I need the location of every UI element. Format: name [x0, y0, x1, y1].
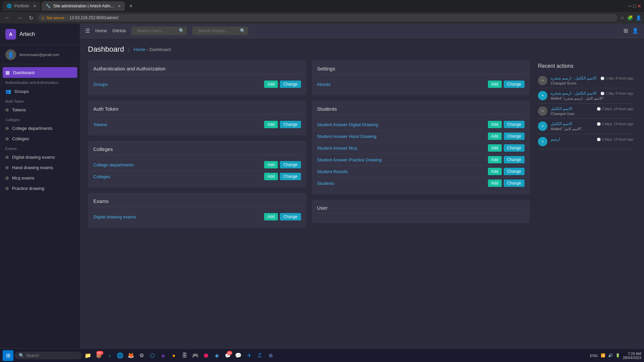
colleges-change-button[interactable]: Change: [280, 173, 301, 180]
bookmark-icon[interactable]: ☆: [620, 15, 625, 20]
college-departments-link[interactable]: College departments: [93, 162, 134, 167]
sidebar-item-practice-drawing[interactable]: Practice drawing: [0, 183, 80, 194]
students-link[interactable]: Students: [317, 181, 334, 186]
taskbar-db-icon[interactable]: 🗄: [180, 351, 189, 360]
sidebar-item-hand-drawing-exams[interactable]: Hand drawing exams: [0, 162, 80, 173]
sidebar-item-mcq-exams[interactable]: Mcq exams: [0, 173, 80, 183]
colleges-link[interactable]: Colleges: [93, 174, 110, 179]
students-card-title: Students: [317, 106, 525, 115]
students-add-button[interactable]: Add: [488, 179, 502, 187]
abouts-link[interactable]: Abouts: [317, 82, 331, 87]
tab-admin-close[interactable]: ✕: [118, 4, 121, 8]
taskbar-firefox-icon[interactable]: 🦊: [126, 351, 136, 360]
tokens-link[interactable]: Tokens: [93, 122, 107, 127]
student-results-link[interactable]: Student Results: [317, 169, 348, 174]
back-button[interactable]: ←: [3, 14, 12, 21]
groups-add-button[interactable]: Add: [264, 81, 278, 88]
college-departments-add-button[interactable]: Add: [264, 161, 278, 168]
groups-link[interactable]: Groups: [93, 82, 108, 87]
taskbar-telegram-icon[interactable]: ✈: [244, 351, 254, 360]
grid-icon[interactable]: ⊞: [624, 28, 628, 34]
digital-drawing-exams-add-button[interactable]: Add: [264, 213, 278, 220]
breadcrumb-home-link[interactable]: Home: [134, 47, 145, 52]
address-url: 13.53.218.252:8000/admin/: [69, 15, 118, 20]
student-answer-hand-link[interactable]: Student Answer Hand Drawing: [317, 134, 377, 139]
student-answer-hand-add-button[interactable]: Add: [488, 133, 502, 140]
menu-toggle-icon[interactable]: ☰: [85, 28, 90, 34]
abouts-change-button[interactable]: Change: [504, 81, 525, 88]
student-answer-practice-link[interactable]: Student Answer Practice Drawing: [317, 157, 382, 162]
search-groups-icon[interactable]: 🔍: [240, 28, 245, 33]
taskbar-app1-icon[interactable]: ⚙: [137, 351, 146, 360]
sidebar-item-dashboard[interactable]: ▦ Dashboard: [3, 67, 77, 78]
student-answer-mcq-link[interactable]: Student Answer Mcq: [317, 146, 357, 151]
taskbar-app6-icon[interactable]: ◈: [212, 351, 221, 360]
tab-portfolio-close[interactable]: ✕: [33, 4, 36, 8]
action-name-4[interactable]: الاسم الكامل: [551, 121, 572, 126]
taskbar-search-box[interactable]: 🔍 Search: [15, 352, 82, 359]
topbar-github-link[interactable]: GitHub: [112, 28, 126, 33]
tokens-change-button[interactable]: Change: [280, 121, 301, 128]
student-answer-practice-add-button[interactable]: Add: [488, 156, 502, 163]
topbar-home-link[interactable]: Home: [95, 28, 107, 33]
colleges-add-button[interactable]: Add: [264, 173, 278, 180]
taskbar-app4-icon[interactable]: 🎮: [191, 351, 200, 360]
tab-maximize-icon[interactable]: □: [633, 3, 636, 9]
groups-change-button[interactable]: Change: [280, 81, 301, 88]
extensions-icon[interactable]: 🧩: [627, 15, 633, 20]
taskbar-discord-icon[interactable]: ⊕: [266, 351, 275, 360]
taskbar-file-explorer-icon[interactable]: 📁: [83, 351, 93, 360]
student-answer-mcq-add-button[interactable]: Add: [488, 144, 502, 152]
search-users-icon[interactable]: 🔍: [179, 28, 184, 33]
new-tab-button[interactable]: +: [126, 1, 136, 11]
taskbar-vscode-icon[interactable]: ⬡: [148, 351, 157, 360]
taskbar-badge-99[interactable]: 📦 99+: [94, 351, 103, 360]
address-bar[interactable]: ⚠ Not secure | 13.53.218.252:8000/admin/: [38, 14, 617, 21]
hand-drawing-dot-icon: [5, 166, 9, 169]
taskbar-badge-50[interactable]: 💬 50: [223, 351, 232, 360]
action-name-3[interactable]: الاسم الكامل: [551, 106, 572, 111]
tab-admin[interactable]: 🔧 Site administration | Artech Adm... ✕: [42, 1, 125, 11]
student-answer-digital-link[interactable]: Student Answer Digital Drawing: [317, 122, 378, 127]
action-name-1[interactable]: الاسم الكامل - ارسم شجره: [551, 76, 596, 81]
tokens-add-button[interactable]: Add: [264, 121, 278, 128]
student-answer-practice-change-button[interactable]: Change: [504, 156, 525, 163]
student-answer-hand-change-button[interactable]: Change: [504, 133, 525, 140]
taskbar-app2-icon[interactable]: ◆: [158, 351, 168, 360]
taskbar-messenger-icon[interactable]: 💬: [234, 351, 243, 360]
tab-portfolio[interactable]: 🌐 Portfolio ✕: [3, 1, 40, 11]
students-change-button[interactable]: Change: [504, 179, 525, 187]
taskbar-spotify-icon[interactable]: ♪: [105, 351, 114, 360]
student-results-change-button[interactable]: Change: [504, 168, 525, 175]
student-answer-digital-change-button[interactable]: Change: [504, 121, 525, 128]
student-answer-digital-add-button[interactable]: Add: [488, 121, 502, 128]
refresh-button[interactable]: ↻: [27, 14, 35, 22]
college-departments-change-button[interactable]: Change: [280, 161, 301, 168]
search-groups-input[interactable]: [195, 27, 239, 35]
abouts-btn-group: Add Change: [488, 81, 525, 88]
digital-drawing-exams-link[interactable]: Digital drawing exams: [93, 214, 136, 219]
tab-close-window-icon[interactable]: ✕: [637, 3, 641, 9]
sidebar-item-tokens[interactable]: Tokens: [0, 105, 80, 115]
tab-minimize-icon[interactable]: ─: [629, 3, 632, 9]
forward-button[interactable]: →: [15, 14, 24, 21]
taskbar-app3-icon[interactable]: ●: [169, 351, 179, 360]
sidebar-item-groups[interactable]: 👥 Groups: [0, 86, 80, 97]
user-profile-icon[interactable]: 👤: [632, 28, 639, 34]
action-name-2[interactable]: الاسم الكامل - ارسم شجره: [551, 91, 596, 96]
student-results-add-button[interactable]: Add: [488, 168, 502, 175]
taskbar-chrome-icon[interactable]: 🌐: [115, 351, 125, 360]
profile-icon[interactable]: 👤: [636, 15, 641, 20]
abouts-add-button[interactable]: Add: [488, 81, 502, 88]
action-item-1: ✏ الاسم الكامل - ارسم شجره 🕐 1 day, 8 ho…: [538, 73, 633, 88]
sidebar-item-digital-drawing-exams[interactable]: Digital drawing exams: [0, 152, 80, 162]
sidebar-item-college-departments[interactable]: College departments: [0, 123, 80, 134]
sidebar-item-colleges[interactable]: Colleges: [0, 134, 80, 144]
taskbar-zoom-icon[interactable]: Z: [255, 351, 264, 360]
student-answer-mcq-change-button[interactable]: Change: [504, 144, 525, 152]
digital-drawing-exams-change-button[interactable]: Change: [280, 213, 301, 220]
start-button[interactable]: ⊞: [3, 350, 13, 361]
search-users-input[interactable]: [134, 27, 178, 35]
action-name-5[interactable]: ارسم: [551, 137, 560, 142]
taskbar-app5-icon[interactable]: ⬟: [201, 351, 211, 360]
